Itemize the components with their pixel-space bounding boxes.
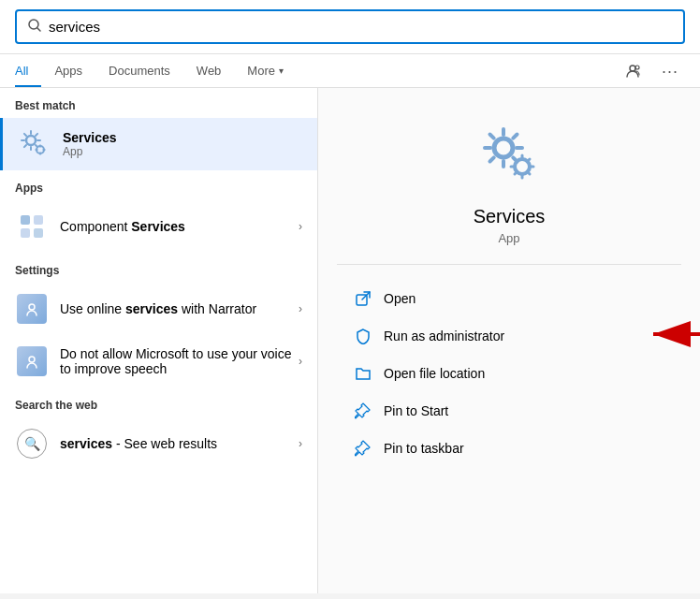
services-icon (18, 127, 51, 161)
svg-point-11 (29, 357, 35, 362)
svg-point-10 (29, 304, 35, 310)
best-match-label: Best match (0, 88, 317, 118)
component-services-text: Component Services (60, 219, 299, 234)
search-box: services (15, 9, 685, 44)
svg-point-12 (494, 139, 513, 157)
voice-settings-item[interactable]: Do not allow Microsoft to use your voice… (0, 335, 317, 387)
svg-rect-6 (21, 215, 30, 225)
voice-text: Do not allow Microsoft to use your voice… (60, 346, 299, 376)
pin-taskbar-icon (354, 439, 372, 458)
pin-to-taskbar-label: Pin to taskbar (384, 441, 464, 456)
shield-icon (354, 327, 372, 345)
folder-icon (354, 364, 372, 383)
svg-rect-9 (34, 228, 43, 238)
run-as-admin-action[interactable]: Run as administrator (346, 317, 672, 355)
svg-rect-7 (34, 215, 43, 225)
services-subtitle: App (63, 145, 302, 158)
best-match-services[interactable]: Services App (0, 118, 317, 170)
run-as-admin-label: Run as administrator (384, 329, 504, 343)
pin-to-start-label: Pin to Start (384, 403, 448, 418)
app-type: App (498, 231, 519, 245)
nav-tabs: All Apps Documents Web More ▾ ··· (0, 54, 700, 88)
settings-label: Settings (0, 253, 317, 283)
narrator-services-item[interactable]: Use online services with Narrator › (0, 283, 317, 335)
component-services-icon (15, 210, 49, 243)
pin-to-taskbar-action[interactable]: Pin to taskbar (346, 430, 672, 467)
svg-point-3 (635, 66, 639, 69)
voice-title: Do not allow Microsoft to use your voice… (60, 346, 299, 376)
chevron-right-icon: › (299, 220, 302, 233)
services-result-text: Services App (63, 130, 302, 158)
divider (337, 264, 681, 265)
app-name-large: Services (474, 206, 546, 227)
open-file-location-label: Open file location (384, 366, 485, 381)
nav-icons: ··· (618, 56, 685, 86)
narrator-text: Use online services with Narrator (60, 301, 299, 316)
svg-point-2 (630, 66, 635, 71)
web-search-icon: 🔍 (15, 427, 49, 460)
web-search-title: services - See web results (60, 436, 299, 451)
open-label: Open (384, 291, 416, 306)
app-icon-large (472, 116, 547, 191)
chevron-right-icon-2: › (299, 302, 302, 315)
people-icon-button[interactable] (618, 56, 648, 86)
apps-label: Apps (0, 170, 317, 200)
tab-apps[interactable]: Apps (41, 54, 95, 87)
voice-icon (15, 344, 49, 378)
left-panel: Best match Services App Apps (0, 88, 318, 593)
tab-documents[interactable]: Documents (95, 54, 183, 87)
tab-web[interactable]: Web (183, 54, 235, 87)
svg-line-1 (37, 28, 40, 31)
component-services-title: Component Services (60, 219, 299, 234)
search-icon (28, 19, 41, 35)
web-search-item[interactable]: 🔍 services - See web results › (0, 417, 317, 470)
svg-rect-8 (21, 228, 30, 238)
component-services-item[interactable]: Component Services › (0, 200, 317, 253)
narrator-title: Use online services with Narrator (60, 301, 299, 316)
tab-more[interactable]: More ▾ (234, 54, 297, 87)
chevron-right-icon-3: › (299, 355, 302, 368)
search-input[interactable]: services (49, 19, 672, 35)
search-bar: services (0, 0, 700, 54)
pin-start-icon (354, 402, 372, 420)
services-title: Services (63, 130, 302, 145)
narrator-icon (15, 292, 49, 326)
pin-to-start-action[interactable]: Pin to Start (346, 392, 672, 430)
web-search-text: services - See web results (60, 436, 299, 451)
svg-point-4 (26, 136, 36, 145)
chevron-down-icon: ▾ (279, 66, 284, 76)
main-content: Best match Services App Apps (0, 88, 700, 593)
open-file-location-action[interactable]: Open file location (346, 355, 672, 392)
chevron-right-icon-4: › (299, 437, 302, 450)
right-panel: Services App Open (318, 88, 700, 593)
action-list: Open Run as administrator (337, 280, 681, 467)
tab-all[interactable]: All (15, 54, 41, 87)
open-action[interactable]: Open (346, 280, 672, 317)
open-icon (354, 289, 372, 308)
more-options-button[interactable]: ··· (655, 56, 685, 86)
red-arrow (644, 311, 700, 361)
web-search-label: Search the web (0, 387, 317, 417)
